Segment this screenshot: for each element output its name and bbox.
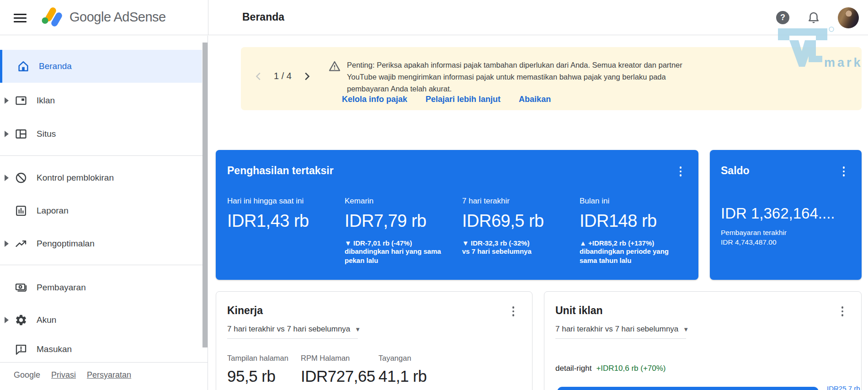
sidebar-item-kontrol-pemblokiran[interactable]: Kontrol pemblokiran <box>0 161 202 194</box>
account-avatar[interactable] <box>838 7 859 28</box>
home-icon <box>17 60 30 73</box>
banner-actions: Kelola info pajak Pelajari lebih lanjut … <box>342 95 551 104</box>
feedback-icon <box>15 343 27 356</box>
topbar-actions: ? <box>776 0 859 35</box>
optimize-icon <box>15 237 27 250</box>
balance-value: IDR 1,362,164.... <box>721 205 835 222</box>
sidebar-item-situs[interactable]: Situs <box>0 118 202 150</box>
earnings-col-month: Bulan ini IDR148 rb ▲ +IDR85,2 rb (+137%… <box>580 197 687 265</box>
banner-message: Penting: Periksa apakah informasi pajak … <box>347 59 685 95</box>
dismiss-button[interactable]: Abaikan <box>519 95 551 104</box>
main-content: 1 / 4 Penting: Periksa apakah informasi … <box>208 36 868 390</box>
sidebar-item-pengoptimalan[interactable]: Pengoptimalan <box>0 227 202 260</box>
performance-card: Kinerja 7 hari terakhir vs 7 hari sebelu… <box>216 291 533 390</box>
top-app-bar: Google AdSense Beranda ? <box>0 0 868 35</box>
chevron-down-icon: ▼ <box>355 326 361 333</box>
earnings-col-7days: 7 hari terakhir IDR69,5 rb ▼ IDR-32,3 rb… <box>462 197 570 256</box>
dropdown-underline <box>227 338 358 339</box>
sidebar-nav: Beranda Iklan Situs <box>0 36 208 390</box>
chevron-right-icon[interactable] <box>5 240 9 247</box>
last-payment-label: Pembayaran terakhir <box>721 229 787 237</box>
sidebar-divider <box>0 265 208 265</box>
notifications-bell-icon[interactable] <box>807 11 820 25</box>
card-title: Penghasilan tertaksir <box>227 165 334 177</box>
ad-icon <box>15 94 27 107</box>
ad-unit-row-label: detail-right+IDR10,6 rb (+70%) <box>555 364 666 373</box>
payments-icon <box>15 281 27 294</box>
chevron-right-icon[interactable] <box>5 317 9 323</box>
card-title: Kinerja <box>227 305 263 317</box>
metric-page-rpm: RPM Halaman IDR727,65 <box>301 354 375 385</box>
menu-icon[interactable] <box>14 11 27 23</box>
google-brand: Google <box>14 370 40 380</box>
sites-icon <box>15 128 27 140</box>
date-range-dropdown[interactable]: 7 hari terakhir vs 7 hari sebelumnya ▼ <box>555 325 689 334</box>
sidebar-item-beranda[interactable]: Beranda <box>0 50 202 83</box>
delta-down: ▼ IDR-32,3 rb (-32%) <box>462 239 570 247</box>
date-range-dropdown[interactable]: 7 hari terakhir vs 7 hari sebelumnya ▼ <box>227 325 361 334</box>
chevron-right-icon[interactable] <box>5 97 9 104</box>
card-title: Saldo <box>721 165 750 177</box>
chevron-down-icon: ▼ <box>683 326 689 333</box>
manage-tax-info-button[interactable]: Kelola info pajak <box>342 95 407 104</box>
sidebar-item-iklan[interactable]: Iklan <box>0 84 202 117</box>
more-options-icon[interactable] <box>840 166 848 176</box>
more-options-icon[interactable] <box>509 306 517 316</box>
terms-link[interactable]: Persyaratan <box>87 370 131 380</box>
delta-down: ▼ IDR-7,01 rb (-47%) <box>345 239 452 247</box>
delta-up: ▲ +IDR85,2 rb (+137%) <box>580 239 687 247</box>
settings-icon <box>15 314 27 326</box>
adsense-logo-icon <box>40 6 64 27</box>
tax-notification-banner: 1 / 4 Penting: Periksa apakah informasi … <box>241 47 862 110</box>
chevron-right-icon[interactable] <box>302 71 312 81</box>
ad-unit-delta: +IDR10,6 rb (+70%) <box>596 364 666 373</box>
header-divider <box>208 0 208 35</box>
more-options-icon[interactable] <box>676 166 685 176</box>
earnings-col-today: Hari ini hingga saat ini IDR1,43 rb <box>227 197 335 231</box>
block-icon <box>15 171 27 184</box>
product-name: Google AdSense <box>69 10 166 25</box>
chevron-right-icon[interactable] <box>5 175 9 181</box>
warning-icon <box>328 60 341 73</box>
sidebar-item-laporan[interactable]: Laporan <box>0 194 202 227</box>
more-options-icon[interactable] <box>838 306 847 316</box>
chevron-right-icon[interactable] <box>5 131 9 137</box>
sidebar-item-pembayaran[interactable]: Pembayaran <box>0 271 202 304</box>
earnings-col-yesterday: Kemarin IDR7,79 rb ▼ IDR-7,01 rb (-47%) … <box>345 197 452 265</box>
banner-pager: 1 / 4 <box>254 71 312 81</box>
ad-unit-bar <box>557 387 819 390</box>
ad-units-card: Unit iklan 7 hari terakhir vs 7 hari seb… <box>544 291 862 390</box>
card-title: Unit iklan <box>555 305 603 317</box>
adsense-logo[interactable]: Google AdSense <box>40 6 166 27</box>
privacy-link[interactable]: Privasi <box>51 370 76 380</box>
metric-impressions: Tayangan 41,1 rb <box>378 354 426 385</box>
sidebar-divider <box>0 362 208 363</box>
adsense-app: Google AdSense Beranda ? Beranda <box>0 0 868 390</box>
ad-unit-bar-value: IDR25,7 rb <box>827 385 860 390</box>
banner-page-count: 1 / 4 <box>274 71 292 81</box>
sidebar-divider <box>0 155 208 156</box>
chevron-left-icon[interactable] <box>254 71 264 81</box>
help-icon[interactable]: ? <box>776 11 789 24</box>
dropdown-underline <box>555 338 686 339</box>
balance-card: Saldo IDR 1,362,164.... Pembayaran terak… <box>710 150 862 280</box>
estimated-earnings-card: Penghasilan tertaksir Hari ini hingga sa… <box>216 150 698 280</box>
sidebar-footer: Google Privasi Persyaratan <box>14 370 131 380</box>
sidebar-item-akun[interactable]: Akun <box>0 304 202 337</box>
sidebar-item-masukan[interactable]: Masukan <box>0 337 202 362</box>
last-payment-value: IDR 4,743,487.00 <box>721 238 777 246</box>
page-title: Beranda <box>242 11 284 23</box>
report-icon <box>15 204 27 217</box>
metric-page-views: Tampilan halaman 95,5 rb <box>227 354 288 385</box>
learn-more-button[interactable]: Pelajari lebih lanjut <box>426 95 501 104</box>
sidebar-scrollbar[interactable] <box>202 43 208 347</box>
